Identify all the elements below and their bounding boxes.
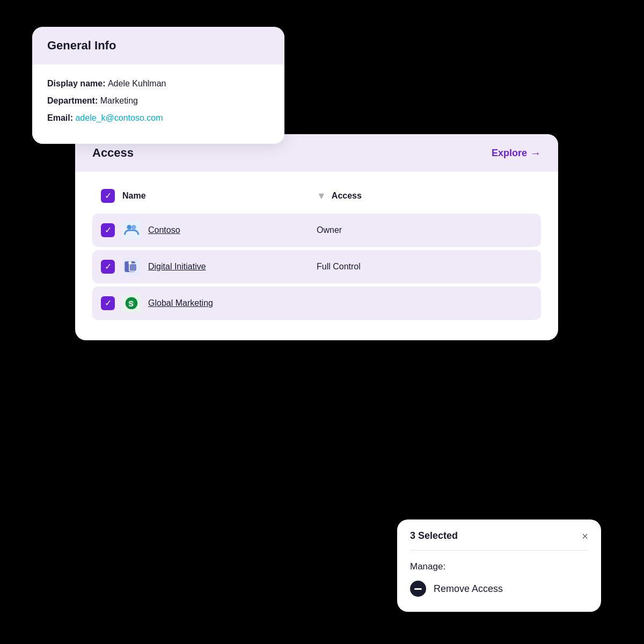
display-name-label: Display name: xyxy=(47,79,108,88)
email-link[interactable]: adele_k@contoso.com xyxy=(75,113,163,122)
col-access-label: Access xyxy=(332,191,362,201)
row-checkbox-contoso[interactable]: ✓ xyxy=(101,223,115,237)
row-name-col: ✓ S Global Marketing xyxy=(101,294,317,312)
sharepoint-icon: S xyxy=(122,294,141,312)
display-name-row: Display name: Adele Kuhlman xyxy=(47,77,269,90)
general-info-title: General Info xyxy=(47,39,269,53)
general-info-card: General Info Display name: Adele Kuhlman… xyxy=(32,27,284,144)
selected-popup: 3 Selected × Manage: Remove Access xyxy=(397,519,601,612)
svg-point-4 xyxy=(128,261,131,265)
department-value: Marketing xyxy=(100,96,138,105)
svg-rect-3 xyxy=(129,264,137,271)
row-label-contoso[interactable]: Contoso xyxy=(148,225,180,235)
row-access-contoso: Owner xyxy=(317,225,532,235)
row-label-marketing[interactable]: Global Marketing xyxy=(148,298,213,308)
select-all-checkbox[interactable]: ✓ xyxy=(101,189,115,203)
general-info-header: General Info xyxy=(32,27,284,64)
table-row: ✓ Contoso Owner xyxy=(92,214,541,247)
teams-icon xyxy=(122,258,141,276)
contoso-icon xyxy=(122,221,141,239)
column-name-header: ✓ Name xyxy=(101,189,317,203)
email-label: Email: xyxy=(47,113,75,122)
popup-close-button[interactable]: × xyxy=(582,531,588,541)
remove-access-label: Remove Access xyxy=(434,583,503,595)
remove-access-icon xyxy=(410,581,426,597)
explore-label: Explore xyxy=(492,148,527,159)
remove-access-action[interactable]: Remove Access xyxy=(410,581,588,597)
column-access-header: ▼ Access xyxy=(317,191,532,202)
row-access-digital: Full Control xyxy=(317,262,532,272)
popup-body: Manage: Remove Access xyxy=(397,551,601,612)
general-info-body: Display name: Adele Kuhlman Department: … xyxy=(32,64,284,144)
filter-icon[interactable]: ▼ xyxy=(317,191,326,202)
department-label: Department: xyxy=(47,96,100,105)
access-title: Access xyxy=(92,146,134,160)
col-name-label: Name xyxy=(122,191,146,201)
access-panel: Access Explore → ✓ Name ▼ Access xyxy=(75,134,558,340)
manage-label: Manage: xyxy=(410,561,588,572)
row-checkbox-digital[interactable]: ✓ xyxy=(101,260,115,274)
svg-point-1 xyxy=(131,225,136,230)
department-row: Department: Marketing xyxy=(47,94,269,107)
table-row: ✓ S Global Marketing xyxy=(92,287,541,320)
display-name-value: Adele Kuhlman xyxy=(108,79,166,88)
svg-point-0 xyxy=(127,225,132,230)
row-name-col: ✓ Contoso xyxy=(101,221,317,239)
email-row: Email: adele_k@contoso.com xyxy=(47,112,269,125)
popup-header: 3 Selected × xyxy=(397,519,601,550)
row-name-col: ✓ Digital Initiative xyxy=(101,258,317,276)
explore-arrow-icon: → xyxy=(530,147,541,159)
explore-link[interactable]: Explore → xyxy=(492,147,541,159)
table-header: ✓ Name ▼ Access xyxy=(92,182,541,209)
row-checkbox-marketing[interactable]: ✓ xyxy=(101,296,115,310)
table-row: ✓ Digital Initiative Full Control xyxy=(92,250,541,283)
selected-count-label: 3 Selected xyxy=(410,530,458,541)
svg-text:S: S xyxy=(128,299,133,308)
access-body: ✓ Name ▼ Access ✓ xyxy=(75,172,558,340)
row-label-digital[interactable]: Digital Initiative xyxy=(148,262,206,272)
